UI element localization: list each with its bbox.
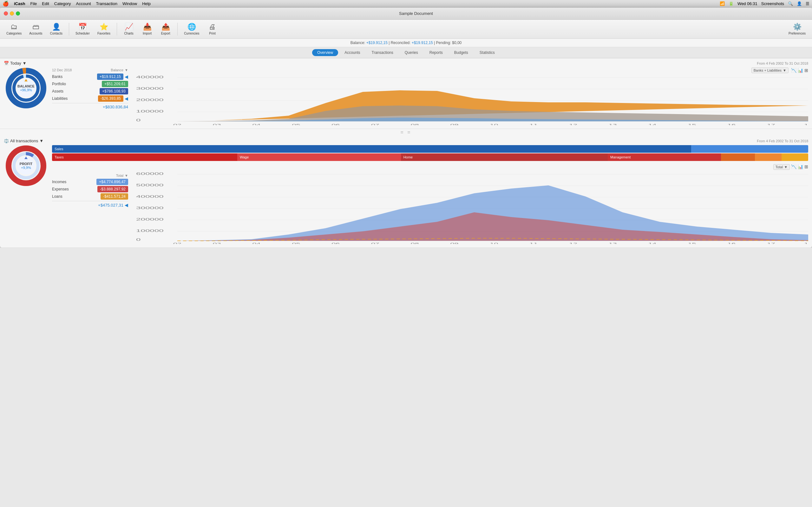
svg-text:600000: 600000 [136,172,164,176]
favorites-icon: ⭐ [100,23,108,31]
svg-text:09: 09 [450,242,459,244]
menu-file[interactable]: File [30,1,37,6]
svg-text:02: 02 [173,123,182,125]
categories-label: Categories [6,32,21,35]
profit-content: PROFIT +9,9% Sales [4,145,808,245]
portfolio-label: Portfolio [52,82,66,86]
total-dropdown[interactable]: Total ▼ [116,174,128,177]
balance-row-portfolio: Portfolio +$51.209,61 [52,81,128,87]
svg-text:09: 09 [450,123,459,125]
toolbar-currencies[interactable]: 🌐 Currencies [182,21,202,37]
balance-section: 📅 Today ▼ From 4 Feb 2002 To 31 Oct 2018 [0,58,812,129]
liabilities-arrow: ◀ [125,96,128,101]
toolbar-import[interactable]: 📥 Import [139,21,155,37]
balance-bar: Balance: +$19.912,15 | Reconciled: +$19.… [0,39,812,47]
svg-text:02: 02 [173,242,182,244]
charts-label: Charts [124,32,133,35]
toolbar-export[interactable]: 📤 Export [158,21,173,37]
profit-total-dropdown[interactable]: Total ▼ [773,164,790,170]
tab-bar: Overview Accounts Transactions Queries R… [0,47,812,58]
export-icon: 📤 [161,23,170,31]
reconciled-value: +$19.912,15 [412,41,433,45]
profit-chart-total-label: Total [775,165,783,169]
balance-dropdown-arrow: ▼ [125,68,128,72]
menu-transaction[interactable]: Transaction [96,1,117,6]
menu-window[interactable]: Window [122,1,137,6]
svg-text:17: 17 [767,242,775,244]
banks-label: Banks [52,74,62,79]
toolbar-print[interactable]: 🖨 Print [204,21,220,37]
svg-text:03: 03 [213,123,221,125]
expenses-value: -$3.888.297,92 [97,186,128,192]
svg-text:0: 0 [136,118,141,122]
close-button[interactable] [4,11,8,15]
svg-text:500000: 500000 [136,183,164,187]
incomes-label: Incomes [52,180,66,184]
toolbar-preferences[interactable]: ⚙️ Preferences [786,21,808,37]
balance-table-header: 12 Dec 2018 Balance ▼ [52,67,128,72]
pending-value: $0,00 [452,41,461,45]
user-icon[interactable]: 👤 [797,1,802,6]
balance-section-header: 📅 Today ▼ From 4 Feb 2002 To 31 Oct 2018 [4,61,808,66]
export-label: Export [161,32,170,35]
minimize-button[interactable] [10,11,14,15]
tab-budgets[interactable]: Budgets [449,49,473,56]
profit-section-header: ⚖️ All transactions ▼ From 4 Feb 2002 To… [4,138,808,143]
svg-text:17: 17 [767,123,775,125]
profit-table-chart-icon[interactable]: ⊞ [804,164,808,170]
print-label: Print [209,32,216,35]
line-chart-icon[interactable]: 📉 [791,68,797,73]
contacts-icon: 👤 [52,23,61,31]
toolbar-favorites[interactable]: ⭐ Favorites [95,21,113,37]
liabilities-value: -$26.393,85 [98,95,123,102]
all-transactions-label: All transactions [10,138,38,143]
profit-right: Sales Taxes Wage [52,145,808,245]
maximize-button[interactable] [16,11,20,15]
tab-transactions[interactable]: Transactions [367,49,398,56]
balance-header[interactable]: Balance ▼ [111,68,128,72]
svg-text:03: 03 [213,242,221,244]
toolbar-scheduler[interactable]: 📅 Scheduler [73,21,92,37]
balance-section-title[interactable]: 📅 Today ▼ [4,61,27,66]
balance-chart-dropdown[interactable]: Banks + Liabilities ▼ [751,67,789,73]
balance-total: +$830.836,84 [52,103,128,109]
toolbar-charts[interactable]: 📈 Charts [121,21,137,37]
profit-donut-title: PROFIT [20,162,32,166]
table-chart-icon[interactable]: ⊞ [804,68,808,73]
profit-date-range: From 4 Feb 2002 To 31 Oct 2018 [757,139,808,143]
apple-menu[interactable]: 🍎 [3,1,9,7]
time-display: Wed 06:31 [738,1,757,6]
toolbar-accounts[interactable]: 🗃 Accounts [27,21,45,37]
tab-reports[interactable]: Reports [424,49,448,56]
menu-account[interactable]: Account [76,1,91,6]
menu-edit[interactable]: Edit [42,1,49,6]
profit-bar-chart-icon[interactable]: 📊 [798,164,803,170]
profit-chart-controls: Total ▼ 📉 📊 ⊞ [132,164,808,170]
profit-section-title[interactable]: ⚖️ All transactions ▼ [4,138,44,143]
toolbar-contacts[interactable]: 👤 Contacts [48,21,65,37]
profit-donut: PROFIT +9,9% [5,145,47,186]
tab-accounts[interactable]: Accounts [339,49,365,56]
tab-overview[interactable]: Overview [312,49,338,56]
tab-queries[interactable]: Queries [400,49,423,56]
other-segment-1 [721,153,755,161]
preferences-label: Preferences [789,32,806,35]
tab-statistics[interactable]: Statistics [474,49,500,56]
battery-icon: 🔋 [728,1,734,6]
main-window: Sample Document 🗂 Categories 🗃 Accounts … [0,8,812,248]
svg-text:04: 04 [252,123,261,125]
list-icon[interactable]: ☰ [806,1,809,6]
profit-line-chart-icon[interactable]: 📉 [791,164,797,170]
import-icon: 📥 [143,23,152,31]
other-segment-3 [781,153,808,161]
toolbar-categories[interactable]: 🗂 Categories [4,21,24,37]
svg-text:300000: 300000 [136,87,164,90]
profit-donut-container: PROFIT +9,9% [4,145,48,186]
bar-chart-icon[interactable]: 📊 [798,68,803,73]
search-icon[interactable]: 🔍 [788,1,793,6]
toolbar: 🗂 Categories 🗃 Accounts 👤 Contacts 📅 Sch… [0,20,812,39]
drag-handle[interactable]: = = [0,130,812,135]
menu-category[interactable]: Category [54,1,71,6]
profit-chart-svg: 600000 500000 400000 300000 200000 10000… [132,171,808,244]
menu-help[interactable]: Help [142,1,151,6]
